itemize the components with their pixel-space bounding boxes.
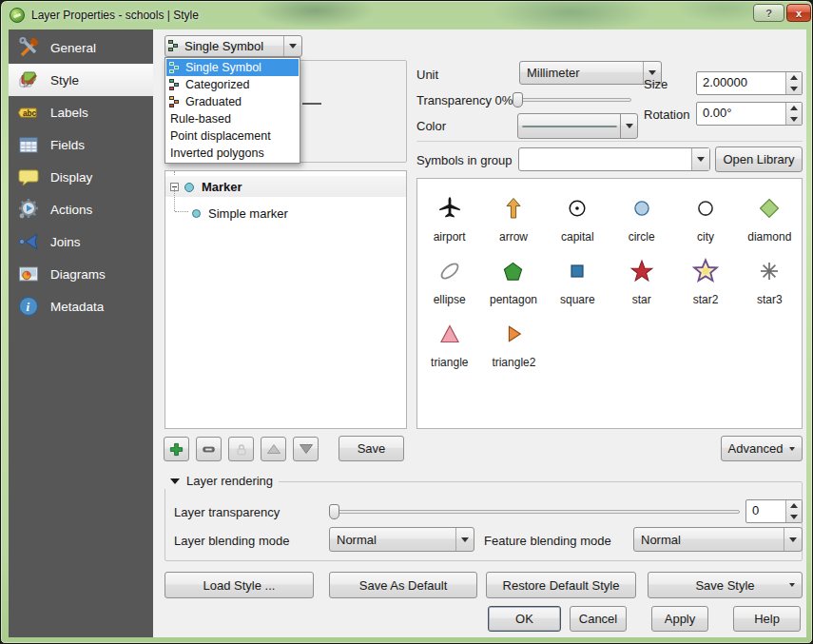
city-icon [696,199,715,218]
move-down-button[interactable] [293,437,319,461]
layer-transparency-label: Layer transparency [174,505,280,519]
symbol-star[interactable]: star [610,251,673,306]
restore-default-style-button[interactable]: Restore Default Style [486,572,636,598]
tree-item-marker[interactable]: Marker [170,180,242,194]
symbols-row: ellipse pentagon square star [417,251,802,306]
sidebar-item-label: Joins [50,235,81,249]
collapse-arrow-icon [170,478,180,484]
symbol-square[interactable]: square [546,251,610,306]
join-arrow-icon [17,230,40,253]
sidebar-item-labels[interactable]: abc Labels [9,96,153,128]
titlebar[interactable]: Layer Properties - schools | Style ? x [1,1,812,29]
square-icon [569,263,586,280]
symbol-preview-partial [302,103,321,105]
save-style-button[interactable]: Save Style [648,572,803,598]
sidebar-item-fields[interactable]: Fields [9,128,153,161]
sidebar-item-style[interactable]: Style [9,64,153,96]
symbol-layers-tree[interactable]: Marker Simple marker [165,170,407,429]
color-dropdown-arrow[interactable] [620,114,637,138]
layer-rendering-header[interactable]: Layer rendering [165,473,279,489]
feature-blending-combo[interactable]: Normal [633,527,803,552]
down-triangle-icon [299,443,314,455]
layer-transparency-slider[interactable] [329,504,740,519]
window-close-button[interactable]: x [786,4,811,22]
window-help-button[interactable]: ? [753,4,784,22]
renderer-combo-arrow[interactable] [283,36,301,56]
symbol-diamond[interactable]: diamond [738,188,802,244]
window-title: Layer Properties - schools | Style [31,9,199,22]
unit-combo[interactable]: Millimeter [519,61,662,85]
move-up-button[interactable] [261,437,286,461]
add-symbol-layer-button[interactable] [164,437,189,461]
plus-icon [169,442,184,457]
save-as-default-button[interactable]: Save As Default [329,572,477,598]
ok-button[interactable]: OK [488,606,561,632]
open-library-button[interactable]: Open Library [715,146,803,172]
remove-symbol-layer-button[interactable] [196,437,222,461]
diagram-icon [17,263,40,285]
close-icon: x [796,8,802,19]
unit-label: Unit [416,68,438,82]
tree-item-label: Simple marker [208,206,288,221]
sidebar-item-joins[interactable]: Joins [9,225,153,258]
symbol-pentagon[interactable]: pentagon [481,251,545,306]
speech-bubble-icon [17,166,40,188]
dropdown-option-point-displacement[interactable]: Point displacement [166,127,299,145]
symbol-star2[interactable]: star2 [673,251,737,306]
symbols-row: triangle triangle2 [417,314,802,369]
apply-button[interactable]: Apply [651,606,708,632]
sidebar-item-general[interactable]: General [9,31,153,64]
advanced-button[interactable]: Advanced [721,436,803,461]
table-icon [17,133,40,156]
chevron-down-icon [455,528,474,551]
tree-item-simple-marker[interactable]: Simple marker [192,206,288,221]
symbol-capital[interactable]: capital [546,188,610,244]
slider-handle[interactable] [329,504,339,519]
help-button[interactable]: Help [733,606,801,632]
load-style-button[interactable]: Load Style ... [165,572,314,598]
dropdown-option-inverted-polygons[interactable]: Inverted polygons [166,145,299,162]
renderer-type-combo[interactable]: Single Symbol [165,35,302,57]
dropdown-option-rule-based[interactable]: Rule-based [166,110,299,127]
pentagon-icon [502,261,524,283]
symbol-triangle[interactable]: triangle [417,314,482,369]
symbol-circle[interactable]: circle [610,188,673,244]
layer-blending-combo[interactable]: Normal [329,527,474,552]
transparency-label: Transparency 0% [416,93,513,107]
symbol-ellipse[interactable]: ellipse [417,251,481,306]
symbol-star3[interactable]: star3 [738,251,802,306]
spin-arrows[interactable] [785,72,802,94]
symbol-triangle2[interactable]: triangle2 [482,314,547,369]
sidebar-item-metadata[interactable]: i Metadata [9,290,153,322]
sidebar: General Style abc Labels [9,29,153,637]
lock-symbol-layer-button[interactable] [228,437,254,461]
dropdown-option-categorized[interactable]: Categorized [166,76,299,93]
qgis-icon [10,8,25,23]
transparency-slider[interactable] [513,92,631,107]
sidebar-item-actions[interactable]: Actions [9,193,153,225]
spin-arrows[interactable] [785,500,802,522]
tree-guide-line [175,211,188,212]
sidebar-item-label: Actions [50,203,92,217]
sidebar-item-display[interactable]: Display [9,161,153,193]
slider-handle[interactable] [513,92,523,107]
sidebar-item-diagrams[interactable]: Diagrams [9,258,153,290]
dropdown-option-graduated[interactable]: Graduated [166,93,299,110]
save-symbol-button[interactable]: Save [339,436,404,461]
triangle2-icon [503,322,524,345]
size-spinbox[interactable]: 2.00000 [696,71,803,95]
cancel-button[interactable]: Cancel [570,606,627,632]
color-button[interactable] [517,113,638,139]
layer-transparency-spinbox[interactable]: 0 [745,499,803,523]
symbol-airport[interactable]: airport [417,188,481,244]
rotation-spinbox[interactable]: 0.00° [696,102,803,126]
sidebar-item-label: Labels [50,106,88,120]
spin-arrows[interactable] [785,103,802,125]
symbols-list-panel[interactable]: airport arrow capital circle [416,178,803,429]
symbols-group-combo[interactable] [518,147,710,171]
sidebar-item-label: Style [50,73,79,88]
divider [416,141,803,142]
symbol-city[interactable]: city [673,188,737,244]
dropdown-option-single-symbol[interactable]: Single Symbol [166,59,299,76]
symbol-arrow[interactable]: arrow [481,188,545,244]
